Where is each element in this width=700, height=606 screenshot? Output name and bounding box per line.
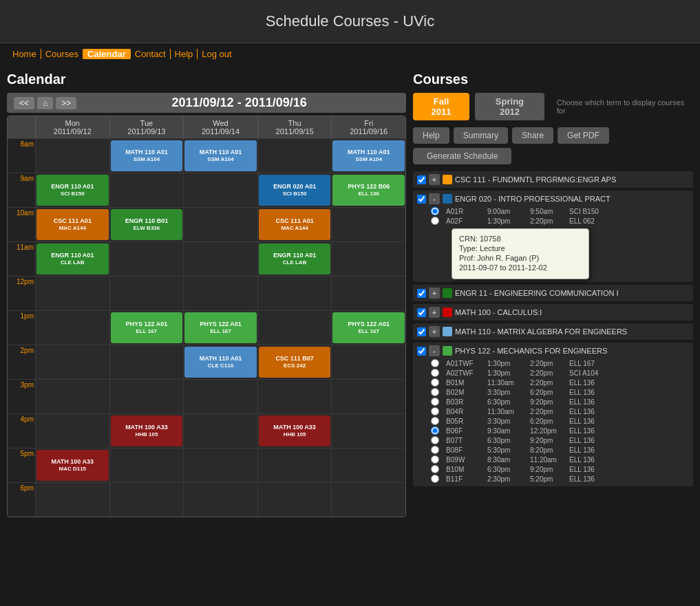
course-checkbox-MATH110[interactable]: [417, 327, 426, 336]
nav-courses[interactable]: Courses: [41, 49, 83, 59]
course-block[interactable]: PHYS 122 A01ELL 167: [111, 312, 183, 343]
cal-cell-4-5: PHYS 122 A01ELL 167: [331, 310, 405, 345]
section-room: ELL 136: [569, 379, 607, 387]
course-checkbox-MATH100[interactable]: [417, 308, 426, 317]
section-room: ELL 136: [569, 427, 607, 435]
share-button[interactable]: Share: [512, 127, 553, 144]
course-block[interactable]: ENGR 110 A01SCI B150: [36, 175, 109, 206]
section-radio-PHYS122-A02[interactable]: [431, 369, 439, 377]
nav-logout[interactable]: Log out: [198, 49, 235, 59]
time-label-8am: 8am: [8, 138, 35, 173]
course-block[interactable]: CSC 111 B07ECS 242: [259, 347, 331, 378]
section-radio-PHYS122-B06[interactable]: [431, 426, 439, 435]
course-swatch-ENGR110: [443, 288, 452, 298]
course-block[interactable]: ENGR 020 A01SCI B150: [259, 175, 331, 206]
section-row: B07T6:30pm9:20pmELL 136: [431, 435, 689, 445]
course-block[interactable]: CSC 111 A01MAC A144: [36, 209, 109, 240]
section-radio-PHYS122-B08[interactable]: [431, 446, 439, 454]
course-swatch-PHYS122: [443, 346, 452, 356]
nav-help[interactable]: Help: [171, 49, 198, 59]
course-block[interactable]: PHYS 122 B06ELL 136: [332, 175, 405, 206]
section-radio-PHYS122-B11[interactable]: [431, 475, 439, 483]
course-block[interactable]: PHYS 122 A01ELL 167: [184, 312, 257, 343]
prev-button[interactable]: <<: [14, 97, 34, 109]
course-toggle-ENGR110[interactable]: +: [429, 288, 440, 299]
section-radio-PHYS122-B01[interactable]: [431, 378, 439, 387]
section-start: 6:30pm: [487, 398, 529, 406]
section-start: 2:30pm: [487, 475, 529, 483]
next-button[interactable]: >>: [56, 97, 76, 109]
course-block[interactable]: MATH 110 A01SSM A104: [184, 140, 257, 171]
section-radio-PHYS122-B07[interactable]: [431, 436, 439, 444]
time-label-12pm: 12pm: [8, 276, 35, 310]
course-block[interactable]: ENGR 110 B01ELW B336: [111, 209, 183, 240]
section-radio-ENGR020-A02[interactable]: [431, 217, 439, 225]
course-block[interactable]: MATH 100 A33HHB 105: [111, 415, 183, 446]
course-toggle-PHYS122[interactable]: -: [429, 345, 440, 356]
section-row: B10M6:30pm9:20pmELL 136: [431, 464, 689, 474]
wed-header: Wed2011/09/14: [183, 116, 257, 138]
cal-cell-3-5: [257, 310, 332, 345]
generate-schedule-button[interactable]: Generate Schedule: [413, 148, 511, 164]
section-radio-PHYS122-B05[interactable]: [431, 417, 439, 425]
section-radio-PHYS122-B04[interactable]: [431, 407, 439, 415]
section-radio-PHYS122-B10[interactable]: [431, 465, 439, 473]
cal-cell-2-9: [183, 448, 257, 482]
section-code: B10: [446, 466, 457, 473]
home-icon-button[interactable]: ⌂: [37, 97, 53, 109]
course-toggle-MATH110[interactable]: +: [429, 326, 440, 337]
nav-calendar[interactable]: Calendar: [83, 49, 131, 59]
summary-button[interactable]: Summary: [454, 127, 508, 144]
course-block[interactable]: PHYS 122 A01ELL 167: [332, 312, 405, 343]
cal-cell-4-6: [331, 345, 405, 379]
section-room: ELL 136: [569, 456, 607, 464]
section-room: ELL 136: [569, 408, 607, 415]
course-block[interactable]: ENGR 110 A01CLE LAB: [259, 244, 331, 274]
calendar-body-scroll[interactable]: 8amMATH 110 A01SSM A104MATH 110 A01SSM A…: [8, 138, 405, 517]
course-block[interactable]: MATH 100 A33HHB 105: [259, 415, 331, 446]
nav-home[interactable]: Home: [8, 49, 41, 59]
nav-contact[interactable]: Contact: [131, 49, 171, 59]
term-spring-2012[interactable]: Spring 2012: [475, 93, 544, 120]
course-block[interactable]: ENGR 110 A01CLE LAB: [36, 244, 109, 274]
section-start: 6:30pm: [487, 437, 529, 444]
section-row: B06F9:30am12:20pmELL 136: [431, 426, 689, 435]
term-fall-2011[interactable]: Fall 2011: [413, 93, 469, 120]
section-code: B07: [446, 437, 457, 444]
section-start: 1:30pm: [487, 369, 529, 377]
course-header-MATH110: +MATH 110 - MATRIX ALGEBRA FOR ENGINEERS: [417, 326, 689, 337]
section-start: 3:30pm: [487, 389, 529, 396]
section-code: B08: [446, 446, 457, 454]
course-block[interactable]: CSC 111 A01MAC A144: [259, 209, 331, 240]
course-block[interactable]: MATH 110 A01SSM A104: [111, 140, 183, 171]
time-label-3pm: 3pm: [8, 379, 35, 413]
calendar-body: 8amMATH 110 A01SSM A104MATH 110 A01SSM A…: [8, 138, 405, 517]
cal-cell-3-4: [257, 276, 332, 310]
course-toggle-ENGR020[interactable]: -: [429, 193, 440, 204]
cal-cell-1-9: [109, 448, 184, 482]
course-block[interactable]: MATH 110 A01SSM A104: [332, 140, 405, 171]
help-button[interactable]: Help: [413, 127, 449, 144]
term-selector: Fall 2011 Spring 2012 Choose which term …: [413, 93, 693, 120]
course-checkbox-CSC111[interactable]: [417, 175, 426, 184]
section-radio-ENGR020-A01[interactable]: [431, 207, 439, 215]
section-radio-PHYS122-B03[interactable]: [431, 398, 439, 406]
get-pdf-button[interactable]: Get PDF: [558, 127, 609, 144]
course-toggle-CSC111[interactable]: +: [429, 174, 440, 185]
course-checkbox-PHYS122[interactable]: [417, 347, 426, 356]
section-radio-PHYS122-B02[interactable]: [431, 388, 439, 396]
section-radio-PHYS122-B09[interactable]: [431, 455, 439, 464]
course-block[interactable]: MATH 100 A33MAC D115: [36, 450, 109, 481]
course-header-ENGR020: -ENGR 020 - INTRO PROFESSIONAL PRACT: [417, 193, 689, 204]
section-radio-PHYS122-A01[interactable]: [431, 359, 439, 367]
course-toggle-MATH100[interactable]: +: [429, 307, 440, 318]
course-block[interactable]: MATH 110 A01CLE C110: [184, 347, 257, 378]
cal-cell-0-2: CSC 111 A01MAC A144: [35, 207, 109, 241]
course-checkbox-ENGR110[interactable]: [417, 289, 426, 298]
cal-cell-4-10: [331, 482, 405, 517]
cal-cell-3-9: [257, 448, 332, 482]
cal-cell-2-8: [183, 413, 257, 448]
course-title-PHYS122: PHYS 122 - MECHANICS FOR ENGINEERS: [455, 347, 607, 355]
course-checkbox-ENGR020[interactable]: [417, 195, 426, 204]
time-label-4pm: 4pm: [8, 413, 35, 448]
